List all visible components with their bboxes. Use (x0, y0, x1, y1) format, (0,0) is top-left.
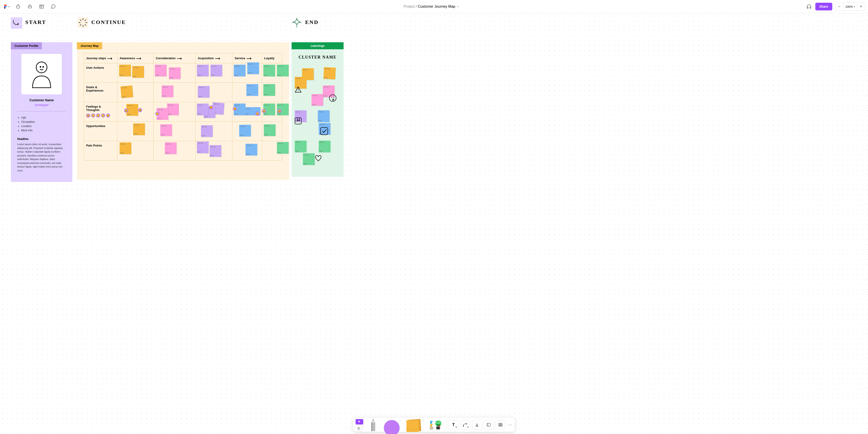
sticky-note[interactable]: Add TextFigJam (201, 125, 213, 137)
sticky-note[interactable]: Add TextFigJam (162, 86, 174, 97)
zoom-value[interactable]: 100%▾ (843, 3, 857, 10)
cell[interactable]: Add TextFigJamAdd TextFigJam (232, 63, 262, 83)
sticky-note[interactable]: Add TextFigJam (197, 142, 209, 153)
emoji-stamp-icon[interactable]: 😐 (155, 112, 159, 116)
canvas[interactable]: START CONTINUE END Customer Profile Cust… (0, 13, 868, 434)
sticky-note[interactable]: Add TextFigJam (246, 84, 258, 96)
headphones-icon[interactable] (805, 3, 813, 10)
sticky-note[interactable]: Add TextFigJam (211, 65, 222, 76)
sticky-note[interactable]: Add TextFigJam (318, 110, 330, 122)
cell[interactable]: Add TextFigJam (153, 141, 195, 160)
template-tool[interactable] (484, 420, 494, 430)
select-tool[interactable] (355, 419, 363, 425)
emoji-stamp-icon[interactable]: 😀 (277, 109, 281, 113)
stamp-tool[interactable] (472, 420, 482, 430)
sticky-note[interactable]: Add TextFigJam (126, 104, 138, 116)
emoji-stamp-icon[interactable]: 😀 (255, 112, 259, 116)
more-tools[interactable]: ⋯ (506, 419, 513, 430)
table-tool[interactable] (495, 420, 505, 430)
cell[interactable]: Add TextFigJam (117, 83, 153, 102)
sticky-note[interactable]: Add TextFigJam (234, 65, 246, 76)
chevron-up-icon[interactable]: ⌃ (399, 420, 401, 423)
sticky-note[interactable]: Add TextFigJam (119, 65, 131, 76)
sticky-note[interactable]: Add TextFigJam (239, 125, 251, 136)
sticky-note[interactable]: Add TextFigJam (120, 143, 131, 154)
sticky-note[interactable]: Add TextFigJam (295, 141, 307, 152)
share-button[interactable]: Share (815, 3, 832, 10)
cell[interactable]: Add TextFigJam (195, 83, 232, 102)
breadcrumb[interactable]: Project / Customer Journey Map ▾ (59, 4, 804, 8)
list-item: Location (21, 125, 72, 128)
toolbar-right: Share − 100%▾ + (805, 2, 865, 11)
sticky-note[interactable]: Add TextFigJam (277, 65, 289, 76)
cell[interactable]: Add TextFigJamAdd TextFigJam (262, 63, 282, 83)
sticky-note-tool[interactable]: ⌃ (402, 419, 425, 430)
cell[interactable]: Add TextFigJam (262, 122, 282, 141)
sticky-note[interactable]: Add TextFigJam (165, 143, 177, 154)
zoom-in-button[interactable]: + (857, 3, 865, 10)
sticky-note[interactable]: Add TextFigJam (132, 66, 144, 78)
cell[interactable]: Add TextFigJam (153, 122, 195, 141)
emoji-stamp-icon[interactable]: 😀 (209, 105, 213, 110)
timer-icon[interactable] (14, 3, 22, 10)
sticky-note[interactable]: Add TextFigJam (198, 86, 210, 98)
voting-icon[interactable] (26, 3, 33, 10)
cell[interactable]: Add TextFigJamAdd TextFigJam😀😀 (232, 102, 262, 122)
cell[interactable]: Add TextFigJam (262, 83, 282, 102)
cell[interactable]: Add TextFigJam (153, 83, 195, 102)
layout-icon[interactable] (38, 3, 45, 10)
sticky-note[interactable]: Add TextFigJam (121, 86, 133, 98)
cell[interactable]: Add TextFigJam (232, 83, 262, 102)
sticky-note[interactable]: Add TextFigJam (319, 141, 331, 152)
emoji-stamp-icon[interactable]: 😀 (124, 108, 128, 113)
cell[interactable]: Add TextFigJamAdd TextFigJam (153, 63, 195, 83)
sticky-note[interactable]: Add TextFigJam (160, 124, 172, 136)
stamp-sticker-tool[interactable] (426, 419, 445, 430)
sticky-note[interactable]: Add TextFigJam (197, 65, 209, 76)
emoji-stamp-icon[interactable]: 😀 (233, 107, 237, 111)
cell[interactable]: Add TextFigJam (232, 122, 262, 141)
sticky-note[interactable]: Add TextFigJam (167, 103, 179, 115)
zoom-out-button[interactable]: − (835, 3, 843, 10)
learnings-panel[interactable]: Learnings CLUSTER NAME Add TextFigJam Ad… (291, 42, 344, 177)
chevron-down-icon[interactable]: ▾ (458, 5, 459, 8)
cell[interactable]: Add TextFigJam (262, 141, 282, 160)
sticky-note[interactable]: Add TextFigJam (133, 123, 145, 135)
cell[interactable]: Add TextFigJam (195, 122, 232, 141)
cell[interactable]: Add TextFigJamAdd TextFigJam😀😀 (262, 102, 282, 122)
chevron-up-icon[interactable]: ⌃ (422, 420, 424, 423)
emoji-stamp-icon[interactable]: 😀 (262, 109, 266, 113)
customer-profile-panel[interactable]: Customer Profile Customer Name "Archetyp… (11, 42, 72, 182)
sticky-note[interactable]: Add TextFigJam (264, 65, 275, 76)
cell[interactable]: Add TextFigJamAdd TextFigJam (195, 63, 232, 83)
cell[interactable]: Add TextFigJam (232, 141, 262, 160)
cell[interactable]: Add TextFigJamAdd TextFigJam (195, 141, 232, 160)
cell[interactable]: Add TextFigJamAdd TextFigJam😐 (153, 102, 195, 122)
comment-icon[interactable] (50, 3, 57, 10)
journey-map-panel[interactable]: Journey Map Journey steps Awareness Cons… (77, 42, 289, 180)
sticky-note[interactable]: Add TextFigJam (264, 124, 276, 136)
emoji-stamp-icon[interactable]: 😀 (138, 108, 142, 112)
cell[interactable]: Add TextFigJam (117, 122, 153, 141)
sticky-note[interactable]: Add TextFigJam (169, 67, 181, 79)
sticky-note[interactable]: Add TextFigJam (197, 103, 209, 115)
pencil-tool[interactable] (365, 419, 381, 430)
cell[interactable]: Add TextFigJamAdd TextFigJamAdd TextFigJ… (195, 102, 232, 122)
hand-tool[interactable] (355, 426, 362, 431)
cell[interactable]: Add TextFigJam (117, 141, 153, 160)
shape-tool[interactable]: ⌃ (381, 419, 402, 430)
sticky-note[interactable]: Add TextFigJam (155, 65, 166, 76)
sticky-note[interactable]: Add TextFigJam (264, 84, 275, 96)
cell[interactable]: Add TextFigJamAdd TextFigJam (117, 63, 153, 83)
sticky-note[interactable]: Add TextFigJam (323, 67, 336, 80)
sticky-note[interactable]: Add TextFigJam (210, 145, 221, 157)
sticky-note[interactable]: Add TextFigJam (303, 153, 315, 165)
figma-menu-icon[interactable]: ▾ (3, 3, 10, 10)
sticky-note[interactable]: Add TextFigJam (247, 62, 259, 74)
sticky-note[interactable]: Add TextFigJam (311, 94, 323, 106)
sticky-note[interactable]: Add TextFigJam (246, 144, 257, 156)
cell[interactable]: Add TextFigJam😀😀 (117, 102, 153, 122)
sticky-note[interactable]: Add TextFigJam (277, 142, 289, 154)
connector-tool[interactable]: ▾ (460, 420, 470, 430)
text-tool[interactable]: T▾ (448, 420, 458, 430)
